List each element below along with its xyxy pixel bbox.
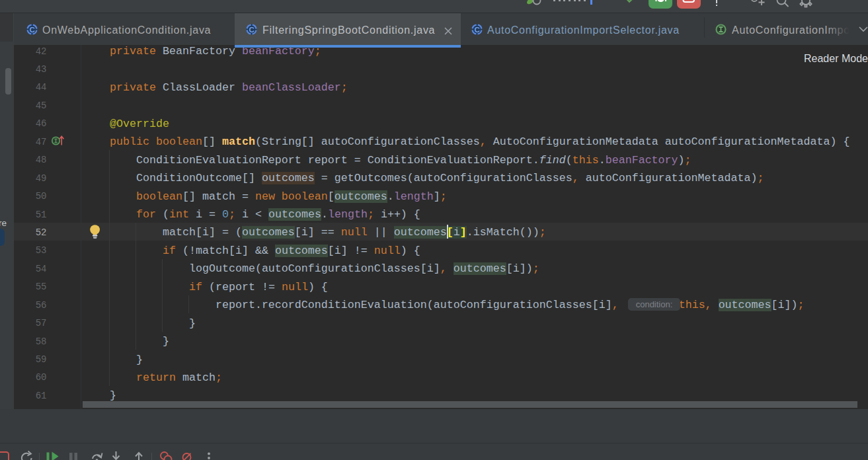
svg-text:C: C [474,26,479,34]
svg-text:C: C [29,26,34,34]
svg-text:C: C [249,26,254,34]
